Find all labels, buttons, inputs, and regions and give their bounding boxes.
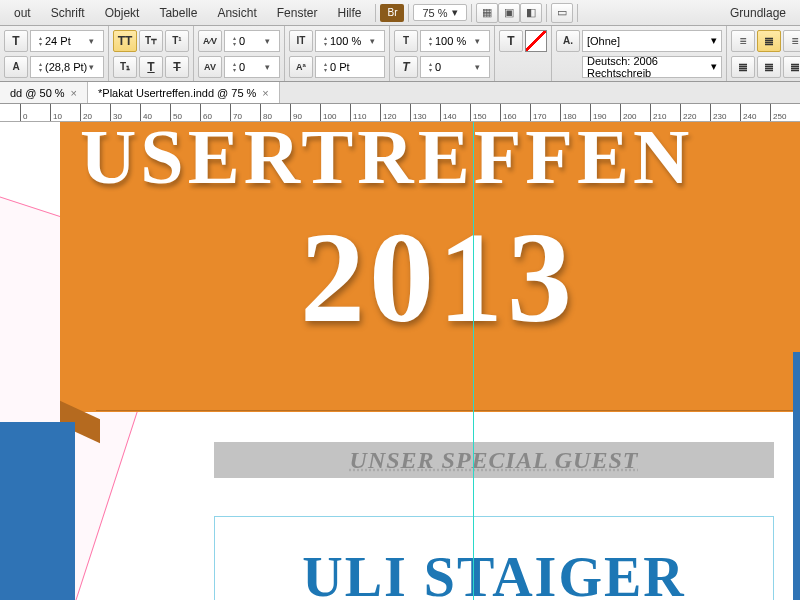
align-center-button[interactable]: ≣ bbox=[757, 30, 781, 52]
hscale-input[interactable] bbox=[435, 35, 473, 47]
menubar: out Schrift Objekt Tabelle Ansicht Fenst… bbox=[0, 0, 800, 26]
tracking-input[interactable] bbox=[239, 61, 263, 73]
leading-field[interactable]: ▴▾ ▾ bbox=[30, 56, 104, 78]
charstyle-icon: A. bbox=[556, 30, 580, 52]
close-icon[interactable]: × bbox=[262, 87, 268, 99]
divider bbox=[408, 4, 409, 22]
chevron-down-icon[interactable]: ▾ bbox=[473, 62, 485, 72]
leading-input[interactable] bbox=[45, 61, 87, 73]
kerning-input[interactable] bbox=[239, 35, 263, 47]
text-frame[interactable]: ULI STAIGER THEMEN: PHOTOSHOP & CINEMA 4… bbox=[214, 516, 774, 600]
view-mode-slug-icon[interactable]: ◧ bbox=[520, 3, 542, 23]
vscale-field[interactable]: ▴▾ ▾ bbox=[315, 30, 385, 52]
stepper-icon[interactable]: ▴▾ bbox=[425, 35, 435, 47]
ruler-tick: 210 bbox=[650, 104, 666, 121]
ruler-tick: 110 bbox=[350, 104, 366, 121]
chevron-down-icon[interactable]: ▾ bbox=[87, 62, 99, 72]
banner-year[interactable]: 2013 bbox=[300, 202, 576, 352]
guest-label: UNSER SPECIAL GUEST bbox=[350, 447, 639, 474]
ruler-tick: 70 bbox=[230, 104, 242, 121]
stepper-icon[interactable]: ▴▾ bbox=[320, 61, 330, 73]
font-size-field[interactable]: ▴▾ ▾ bbox=[30, 30, 104, 52]
menu-layout[interactable]: out bbox=[4, 6, 41, 20]
edge bbox=[96, 410, 800, 411]
small-caps-button[interactable]: Tᴛ bbox=[139, 30, 163, 52]
view-mode-normal-icon[interactable]: ▦ bbox=[476, 3, 498, 23]
stepper-icon[interactable]: ▴▾ bbox=[35, 35, 45, 47]
justify-center-button[interactable]: ≣ bbox=[757, 56, 781, 78]
chevron-down-icon[interactable]: ▾ bbox=[87, 36, 99, 46]
superscript-button[interactable]: T¹ bbox=[165, 30, 189, 52]
zoom-value: 75 % bbox=[422, 7, 447, 19]
stepper-icon[interactable]: ▴▾ bbox=[35, 61, 45, 73]
ruler-tick: 90 bbox=[290, 104, 302, 121]
skew-icon: T bbox=[394, 56, 418, 78]
menu-fenster[interactable]: Fenster bbox=[267, 6, 328, 20]
tab-label: *Plakat Usertreffen.indd @ 75 % bbox=[98, 87, 256, 99]
subscript-button[interactable]: T₁ bbox=[113, 56, 137, 78]
ruler-tick: 60 bbox=[200, 104, 212, 121]
align-left-button[interactable]: ≡ bbox=[731, 30, 755, 52]
vertical-guide[interactable] bbox=[473, 122, 474, 600]
language-value: Deutsch: 2006 Rechtschreib bbox=[587, 55, 707, 79]
chevron-down-icon[interactable]: ▾ bbox=[368, 36, 380, 46]
stepper-icon[interactable]: ▴▾ bbox=[229, 61, 239, 73]
justify-right-button[interactable]: ≣ bbox=[783, 56, 800, 78]
banner-title[interactable]: USERTREFFEN bbox=[80, 122, 800, 202]
chevron-down-icon[interactable]: ▾ bbox=[473, 36, 485, 46]
hscale-field[interactable]: ▴▾ ▾ bbox=[420, 30, 490, 52]
control-panel: T ▴▾ ▾ A ▴▾ ▾ TT Tᴛ T¹ T₁ T T bbox=[0, 26, 800, 82]
align-right-button[interactable]: ≡ bbox=[783, 30, 800, 52]
menu-hilfe[interactable]: Hilfe bbox=[327, 6, 371, 20]
underline-button[interactable]: T bbox=[139, 56, 163, 78]
charstyle-select[interactable]: [Ohne]▾ bbox=[582, 30, 722, 52]
ruler-tick: 240 bbox=[740, 104, 756, 121]
charstyle-value: [Ohne] bbox=[587, 35, 707, 47]
chevron-down-icon[interactable]: ▾ bbox=[263, 36, 275, 46]
ruler-tick: 100 bbox=[320, 104, 336, 121]
strikethrough-button[interactable]: T bbox=[165, 56, 189, 78]
divider bbox=[577, 4, 578, 22]
language-select[interactable]: Deutsch: 2006 Rechtschreib▾ bbox=[582, 56, 722, 78]
ruler-tick: 20 bbox=[80, 104, 92, 121]
stepper-icon[interactable]: ▴▾ bbox=[320, 35, 330, 47]
font-size-input[interactable] bbox=[45, 35, 87, 47]
menu-schrift[interactable]: Schrift bbox=[41, 6, 95, 20]
skew-field[interactable]: ▴▾ ▾ bbox=[420, 56, 490, 78]
ruler-tick: 140 bbox=[440, 104, 456, 121]
stepper-icon[interactable]: ▴▾ bbox=[425, 61, 435, 73]
all-caps-button[interactable]: TT bbox=[113, 30, 137, 52]
tab-document-1[interactable]: dd @ 50 %× bbox=[0, 82, 88, 103]
vscale-icon: IT bbox=[289, 30, 313, 52]
zoom-level[interactable]: 75 %▾ bbox=[413, 4, 466, 21]
justify-left-button[interactable]: ≣ bbox=[731, 56, 755, 78]
stepper-icon[interactable]: ▴▾ bbox=[229, 35, 239, 47]
document-canvas[interactable]: USERTREFFEN 2013 UNSER SPECIAL GUEST ULI… bbox=[0, 122, 800, 600]
divider bbox=[546, 4, 547, 22]
baseline-icon: Aª bbox=[289, 56, 313, 78]
bridge-icon[interactable]: Br bbox=[380, 4, 404, 22]
kerning-field[interactable]: ▴▾ ▾ bbox=[224, 30, 280, 52]
menu-objekt[interactable]: Objekt bbox=[95, 6, 150, 20]
menu-ansicht[interactable]: Ansicht bbox=[207, 6, 266, 20]
horizontal-ruler[interactable]: 0102030405060708090100110120130140150160… bbox=[0, 104, 800, 122]
tab-document-2[interactable]: *Plakat Usertreffen.indd @ 75 %× bbox=[88, 82, 280, 103]
screen-mode-icon[interactable]: ▭ bbox=[551, 3, 573, 23]
workspace-switcher[interactable]: Grundlage bbox=[720, 6, 796, 20]
baseline-input[interactable] bbox=[330, 61, 368, 73]
guest-label-bar[interactable]: UNSER SPECIAL GUEST bbox=[214, 442, 774, 478]
guest-name[interactable]: ULI STAIGER bbox=[215, 545, 773, 600]
fill-icon[interactable]: T bbox=[499, 30, 523, 52]
hscale-icon: T bbox=[394, 30, 418, 52]
chevron-down-icon[interactable]: ▾ bbox=[263, 62, 275, 72]
view-mode-preview-icon[interactable]: ▣ bbox=[498, 3, 520, 23]
tracking-field[interactable]: ▴▾ ▾ bbox=[224, 56, 280, 78]
close-icon[interactable]: × bbox=[71, 87, 77, 99]
skew-input[interactable] bbox=[435, 61, 473, 73]
baseline-field[interactable]: ▴▾ bbox=[315, 56, 385, 78]
fill-swatch[interactable] bbox=[525, 30, 547, 52]
menu-tabelle[interactable]: Tabelle bbox=[149, 6, 207, 20]
vscale-input[interactable] bbox=[330, 35, 368, 47]
ruler-tick: 180 bbox=[560, 104, 576, 121]
ruler-tick: 170 bbox=[530, 104, 546, 121]
